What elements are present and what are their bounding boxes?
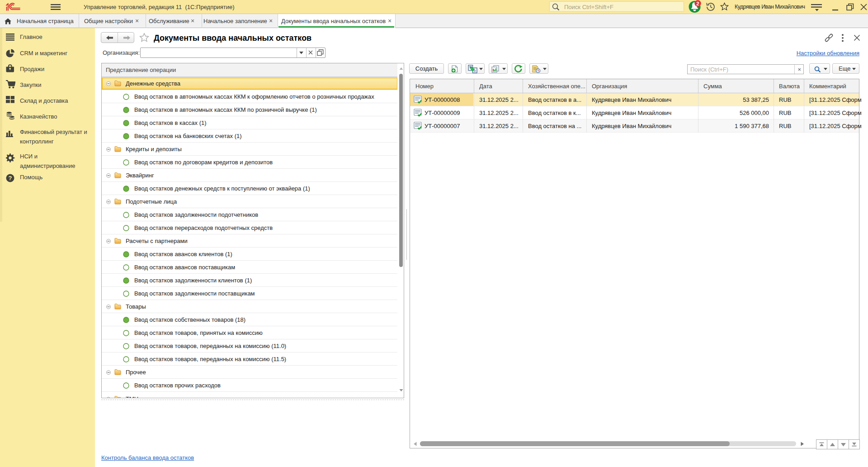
svg-text:2: 2: [696, 1, 699, 6]
svg-text:?: ?: [9, 175, 12, 181]
